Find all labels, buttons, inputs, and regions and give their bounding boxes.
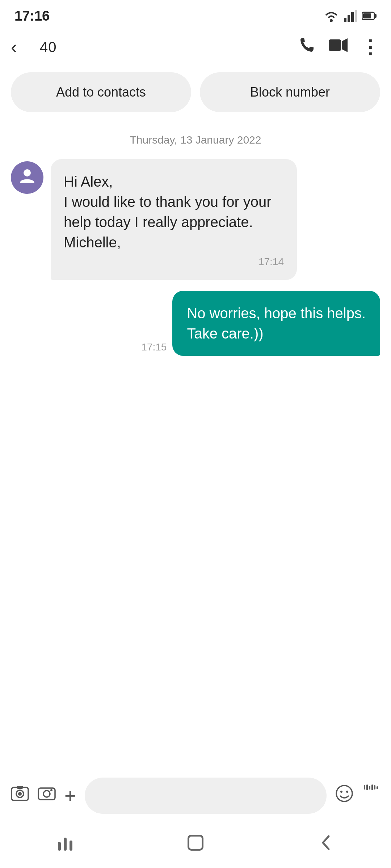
date-label: Thursday, 13 January 2022 [11,123,380,159]
svg-rect-22 [366,784,368,790]
svg-point-13 [18,792,22,796]
svg-rect-26 [377,786,378,789]
emoji-button[interactable] [335,784,353,807]
add-to-contacts-button[interactable]: Add to contacts [11,72,191,112]
svg-rect-3 [351,12,354,22]
status-icons [324,10,377,22]
svg-rect-8 [329,39,341,51]
svg-rect-24 [371,784,373,790]
svg-point-16 [43,791,50,797]
signal-icon [344,10,357,22]
outgoing-wrapper: 17:15 No worries, hope this helps. Take … [141,291,380,356]
svg-rect-15 [38,788,55,800]
voice-button[interactable] [362,784,380,807]
outgoing-message-time: 17:15 [141,341,167,353]
svg-point-20 [346,791,348,793]
home-icon [188,835,203,851]
nav-bar: ‹ 40 ⋮ [0,29,391,65]
incoming-message-row: Hi Alex, I would like to thank you for y… [11,159,380,280]
system-nav-bar [0,821,391,868]
svg-rect-7 [363,13,371,18]
avatar [11,161,43,194]
incoming-bubble: Hi Alex, I would like to thank you for y… [51,159,297,280]
svg-rect-14 [17,786,23,789]
battery-icon [362,11,377,21]
recents-button[interactable] [47,832,83,854]
outgoing-message-text: No worries, hope this helps. Take care.)… [187,303,366,344]
video-button[interactable] [329,37,348,57]
svg-rect-1 [344,18,346,22]
svg-point-17 [50,789,52,791]
outgoing-bubble: No worries, hope this helps. Take care.)… [172,291,380,356]
wifi-icon [324,10,339,22]
svg-rect-21 [364,785,365,790]
add-button[interactable]: + [64,784,76,807]
more-menu-button[interactable]: ⋮ [361,33,380,61]
incoming-message-time: 17:14 [64,256,284,268]
messages-area: Thursday, 13 January 2022 Hi Alex, I wou… [0,123,391,356]
outgoing-message-row: 17:15 No worries, hope this helps. Take … [11,291,380,356]
svg-rect-2 [348,15,350,22]
back-button[interactable]: ‹ [11,36,36,58]
back-chevron-icon [319,835,332,851]
bottom-input-bar: + [0,770,391,821]
recents-icon [58,835,72,851]
contact-number: 40 [40,39,298,55]
status-time: 17:16 [14,8,50,24]
svg-marker-9 [342,38,348,52]
message-input[interactable] [85,778,327,814]
status-bar: 17:16 [0,0,391,29]
incoming-message-text: Hi Alex, I would like to thank you for y… [64,171,284,252]
action-buttons-row: Add to contacts Block number [0,65,391,123]
nav-actions: ⋮ [298,33,380,61]
home-button[interactable] [177,832,214,854]
camera-button[interactable] [38,784,56,807]
svg-point-10 [24,169,31,176]
svg-rect-6 [375,14,377,18]
block-number-button[interactable]: Block number [200,72,380,112]
svg-point-19 [340,791,342,793]
call-button[interactable] [298,37,316,58]
person-icon [18,167,36,188]
svg-point-18 [336,786,352,801]
svg-point-0 [330,19,333,22]
photo-attach-button[interactable] [11,784,29,807]
svg-rect-25 [374,785,375,790]
contact-info: 40 [36,39,298,55]
svg-rect-23 [369,786,370,790]
svg-rect-4 [355,10,357,22]
back-nav-button[interactable] [308,832,344,854]
